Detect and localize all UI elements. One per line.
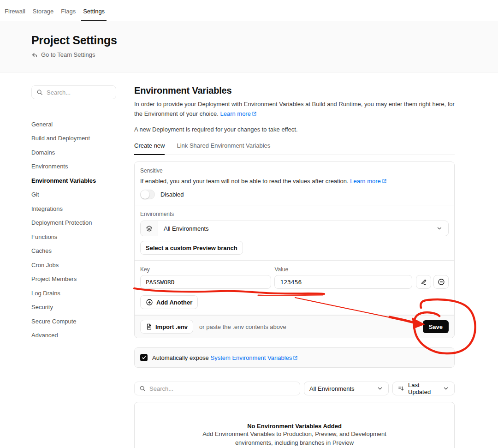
external-link-icon <box>292 354 298 361</box>
sidebar-item-environments[interactable]: Environments <box>31 160 116 174</box>
sensitive-learn-more-link[interactable]: Learn more <box>350 178 386 185</box>
corner-up-left-icon <box>31 52 38 58</box>
key-value-section: Key Value <box>135 261 454 315</box>
auto-expose-text: Automatically expose System Environment … <box>152 354 298 361</box>
sidebar-item-caches[interactable]: Caches <box>31 244 116 258</box>
paste-hint: or paste the .env contents above <box>199 323 286 330</box>
chevron-down-icon <box>436 225 448 232</box>
sidebar-item-advanced[interactable]: Advanced <box>31 329 116 343</box>
sensitive-toggle-row: Disabled <box>140 190 449 199</box>
value-label: Value <box>274 266 412 273</box>
edit-value-button[interactable] <box>416 275 431 289</box>
add-another-button[interactable]: Add Another <box>140 295 198 309</box>
value-input[interactable] <box>274 275 412 289</box>
learn-more-link[interactable]: Learn more <box>220 110 256 117</box>
auto-expose-checkbox[interactable] <box>140 354 148 361</box>
sidebar-search-input[interactable] <box>47 89 111 96</box>
save-button[interactable]: Save <box>423 320 449 333</box>
auto-expose-prefix: Automatically expose <box>152 354 209 361</box>
learn-more-label: Learn more <box>220 110 250 117</box>
empty-state-line2: environments, including branches in Prev… <box>135 438 454 447</box>
system-env-vars-link[interactable]: System Environment Variables <box>210 354 298 361</box>
system-env-vars-label: System Environment Variables <box>210 354 292 361</box>
sidebar-item-domains[interactable]: Domains <box>31 145 116 160</box>
sidebar-item-general[interactable]: General <box>31 117 116 131</box>
content: General Build and Deployment Domains Env… <box>0 72 498 448</box>
page-title: Project Settings <box>31 34 498 47</box>
tab-flags[interactable]: Flags <box>57 8 79 21</box>
toggle-state-label: Disabled <box>160 191 184 198</box>
env-var-search[interactable] <box>134 382 300 395</box>
environment-filter-select[interactable]: All Environments <box>304 382 389 395</box>
sidebar-item-functions[interactable]: Functions <box>31 230 116 244</box>
description-text: In order to provide your Deployment with… <box>134 101 455 117</box>
deploy-note: A new Deployment is required for your ch… <box>134 126 455 133</box>
tab-settings[interactable]: Settings <box>79 8 108 21</box>
empty-state-line1: Add Environment Variables to Production,… <box>135 430 454 438</box>
environments-select-value: All Environments <box>158 225 436 232</box>
search-icon <box>36 89 43 96</box>
layers-icon <box>141 221 158 236</box>
sort-select[interactable]: Last Updated <box>392 382 455 395</box>
tab-firewall[interactable]: Firewall <box>1 8 29 21</box>
sidebar-item-integrations[interactable]: Integrations <box>31 202 116 216</box>
top-navigation: Firewall Storage Flags Settings <box>0 0 498 21</box>
sidebar-item-security[interactable]: Security <box>31 300 116 315</box>
tab-create-new[interactable]: Create new <box>134 142 165 155</box>
main-panel: Environment Variables In order to provid… <box>134 85 455 448</box>
auto-expose-card: Automatically expose System Environment … <box>134 347 455 368</box>
chevron-down-icon <box>443 385 449 392</box>
environments-section: Environments All Environments Select a c… <box>135 205 454 261</box>
key-label: Key <box>140 266 271 273</box>
sidebar-item-log-drains[interactable]: Log Drains <box>31 286 116 300</box>
sidebar-search[interactable] <box>31 85 116 99</box>
section-title: Environment Variables <box>134 85 455 96</box>
empty-state-card: No Environment Variables Added Add Envir… <box>134 402 455 448</box>
sort-value: Last Updated <box>408 382 439 395</box>
import-env-button[interactable]: Import .env <box>140 320 193 334</box>
sidebar-item-cron-jobs[interactable]: Cron Jobs <box>31 258 116 272</box>
section-description: In order to provide your Deployment with… <box>134 99 455 119</box>
chevron-down-icon <box>377 385 383 392</box>
remove-row-button[interactable] <box>433 275 449 289</box>
sensitive-description-text: If enabled, you and your team will not b… <box>140 178 349 185</box>
key-value-row: Key Value <box>140 266 449 289</box>
card-footer: Import .env or paste the .env contents a… <box>135 315 454 338</box>
add-another-label: Add Another <box>156 299 192 306</box>
settings-sidebar: General Build and Deployment Domains Env… <box>31 85 116 448</box>
circle-minus-icon <box>438 278 445 286</box>
sidebar-item-git[interactable]: Git <box>31 188 116 202</box>
sidebar-item-deployment-protection[interactable]: Deployment Protection <box>31 216 116 230</box>
sensitive-toggle[interactable] <box>140 190 155 199</box>
back-link-label: Go to Team Settings <box>41 51 95 58</box>
sensitive-label: Sensitive <box>140 167 449 174</box>
sensitive-learn-more-label: Learn more <box>350 178 380 185</box>
tab-link-shared[interactable]: Link Shared Environment Variables <box>177 142 270 155</box>
external-link-icon <box>381 178 387 185</box>
env-var-tabs: Create new Link Shared Environment Varia… <box>134 142 455 155</box>
search-icon <box>139 385 146 392</box>
sort-icon <box>398 385 404 392</box>
go-to-team-settings-link[interactable]: Go to Team Settings <box>31 51 498 58</box>
sidebar-item-secure-compute[interactable]: Secure Compute <box>31 314 116 329</box>
sidebar-item-build-and-deployment[interactable]: Build and Deployment <box>31 131 116 146</box>
toggle-knob <box>141 190 149 199</box>
sidebar-item-project-members[interactable]: Project Members <box>31 272 116 287</box>
file-icon <box>146 323 152 330</box>
sensitive-description: If enabled, you and your team will not b… <box>140 177 449 185</box>
environments-select[interactable]: All Environments <box>140 221 449 236</box>
page-header: Project Settings Go to Team Settings <box>0 21 498 72</box>
tab-storage[interactable]: Storage <box>29 8 58 21</box>
select-preview-branch-button[interactable]: Select a custom Preview branch <box>140 241 243 255</box>
external-link-icon <box>251 110 257 117</box>
sidebar-nav: General Build and Deployment Domains Env… <box>31 117 116 342</box>
sidebar-item-environment-variables[interactable]: Environment Variables <box>31 173 116 188</box>
environment-filter-value: All Environments <box>309 385 373 392</box>
sensitive-section: Sensitive If enabled, you and your team … <box>135 162 454 205</box>
create-env-var-card: Sensitive If enabled, you and your team … <box>134 161 455 338</box>
environments-label: Environments <box>140 211 449 217</box>
import-env-label: Import .env <box>155 323 188 330</box>
env-var-search-input[interactable] <box>149 385 295 392</box>
key-input[interactable] <box>140 275 271 289</box>
env-var-filters: All Environments Last Updated <box>134 382 455 395</box>
